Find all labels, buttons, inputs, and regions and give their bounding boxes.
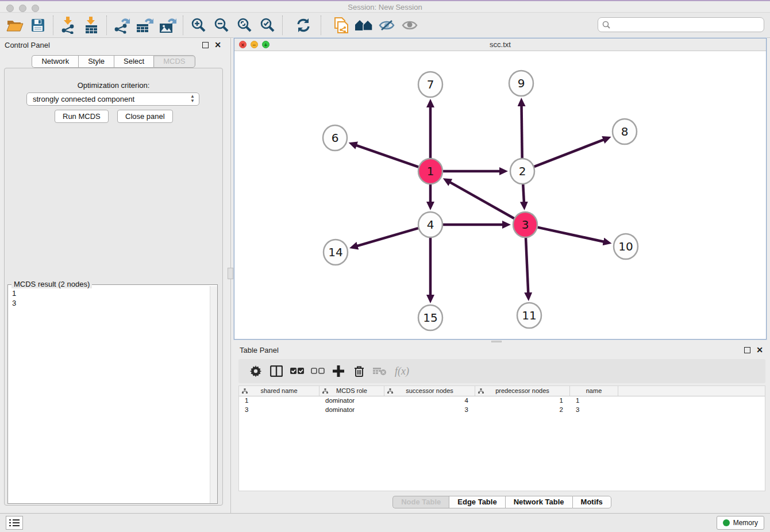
- graph-node-10[interactable]: 10: [614, 234, 638, 259]
- column-header-successor-nodes[interactable]: successor nodes: [384, 386, 475, 396]
- function-builder-button[interactable]: f(x): [395, 365, 409, 377]
- export-network-button[interactable]: [110, 14, 133, 36]
- graph-edge-4-14[interactable]: [357, 228, 418, 246]
- vertical-splitter[interactable]: [227, 38, 234, 513]
- export-image-icon: [159, 17, 177, 34]
- close-panel-icon[interactable]: ✕: [214, 40, 221, 49]
- svg-text:10: 10: [618, 240, 633, 253]
- cell-successor-nodes[interactable]: 3: [384, 406, 475, 415]
- column-header-name[interactable]: name: [570, 386, 618, 396]
- export-image-button[interactable]: [156, 14, 179, 36]
- graph-node-9[interactable]: 9: [509, 71, 533, 96]
- graph-node-15[interactable]: 15: [418, 305, 442, 330]
- main-toolbar: [0, 13, 770, 38]
- table-body: 1dominator4113dominator323: [239, 396, 765, 415]
- cell-predecessor-nodes[interactable]: 1: [475, 396, 570, 406]
- zoom-in-icon: [190, 17, 206, 33]
- graph-edge-2-8[interactable]: [534, 140, 604, 167]
- tab-select[interactable]: Select: [114, 55, 153, 68]
- criterion-dropdown[interactable]: strongly connected component ▲▼: [26, 92, 199, 106]
- tab-edge-table[interactable]: Edge Table: [449, 496, 505, 508]
- memory-button[interactable]: Memory: [717, 516, 764, 530]
- zoom-fit-button[interactable]: [233, 14, 256, 36]
- tab-network-table[interactable]: Network Table: [505, 496, 572, 508]
- cell-predecessor-nodes[interactable]: 2: [475, 406, 570, 415]
- svg-text:1: 1: [427, 164, 434, 178]
- network-window-titlebar[interactable]: × − + scc.txt: [234, 38, 766, 51]
- graph-node-4[interactable]: 4: [418, 212, 442, 237]
- hide-selected-button[interactable]: [375, 14, 398, 36]
- first-neighbors-button[interactable]: [352, 14, 375, 36]
- save-session-button[interactable]: [26, 14, 49, 36]
- run-mcds-button[interactable]: Run MCDS: [55, 110, 109, 123]
- graph-node-1[interactable]: 1: [418, 159, 442, 184]
- open-file-button[interactable]: [3, 14, 26, 36]
- cell-name[interactable]: 3: [570, 406, 618, 415]
- tab-style[interactable]: Style: [78, 55, 114, 68]
- graph-edge-2-9[interactable]: [522, 106, 522, 159]
- graph-edge-3-11[interactable]: [526, 237, 528, 293]
- control-panel-tabs: NetworkStyleSelectMCDS: [0, 55, 227, 68]
- refresh-button[interactable]: [292, 14, 315, 36]
- graph-edge-1-6[interactable]: [356, 145, 418, 167]
- delete-column-button[interactable]: [349, 361, 369, 381]
- cell-shared-name[interactable]: 3: [239, 406, 319, 415]
- list-icon: [9, 519, 20, 527]
- table-row[interactable]: 3dominator323: [239, 406, 765, 415]
- float-panel-icon[interactable]: [744, 347, 750, 353]
- control-panel-title: Control Panel: [5, 41, 50, 49]
- result-scrollbar[interactable]: [210, 286, 217, 503]
- import-network-button[interactable]: [57, 14, 80, 36]
- graph-node-2[interactable]: 2: [510, 159, 534, 184]
- task-history-button[interactable]: [6, 516, 23, 530]
- select-all-button[interactable]: [287, 361, 307, 381]
- clone-network-button[interactable]: [329, 14, 352, 36]
- graph-edge-3-1[interactable]: [450, 182, 514, 218]
- network-canvas[interactable]: 7968124314101511: [234, 51, 766, 339]
- graph-node-3[interactable]: 3: [513, 212, 537, 237]
- close-panel-button[interactable]: Close panel: [117, 110, 173, 123]
- graph-node-14[interactable]: 14: [324, 240, 348, 265]
- zoom-in-button[interactable]: [187, 14, 210, 36]
- svg-text:15: 15: [423, 311, 437, 325]
- deselect-all-button[interactable]: [307, 361, 328, 381]
- graph-edge-2-3[interactable]: [523, 184, 524, 202]
- cell-mcds-role[interactable]: dominator: [319, 406, 384, 415]
- svg-text:11: 11: [522, 309, 536, 322]
- tab-mcds[interactable]: MCDS: [153, 55, 195, 68]
- graph-node-6[interactable]: 6: [323, 125, 347, 151]
- tab-motifs[interactable]: Motifs: [572, 496, 611, 508]
- tab-node-table[interactable]: Node Table: [392, 496, 449, 508]
- table-row[interactable]: 1dominator411: [239, 396, 765, 406]
- mcds-result-list[interactable]: 1 3: [8, 286, 209, 503]
- add-column-button[interactable]: [328, 361, 349, 381]
- cell-mcds-role[interactable]: dominator: [319, 396, 384, 406]
- show-all-button[interactable]: [398, 14, 421, 36]
- column-view-button[interactable]: [266, 361, 287, 381]
- close-panel-icon[interactable]: ✕: [756, 345, 763, 354]
- zoom-out-button[interactable]: [210, 14, 233, 36]
- cell-successor-nodes[interactable]: 4: [384, 396, 475, 406]
- import-table-button[interactable]: [80, 14, 103, 36]
- tab-network[interactable]: Network: [32, 55, 78, 68]
- column-header-shared-name[interactable]: shared name: [239, 386, 319, 396]
- graph-edge-3-10[interactable]: [537, 228, 603, 242]
- splitter-handle[interactable]: [491, 341, 502, 342]
- graph-node-8[interactable]: 8: [613, 119, 637, 144]
- column-header-mcds-role[interactable]: MCDS role: [319, 386, 384, 396]
- float-panel-icon[interactable]: [202, 42, 209, 48]
- cell-name[interactable]: 1: [570, 396, 618, 406]
- session-title: Session: New Session: [0, 3, 770, 11]
- search-input[interactable]: [598, 17, 764, 32]
- cell-shared-name[interactable]: 1: [239, 396, 319, 406]
- table-settings-button[interactable]: [245, 361, 266, 381]
- zoom-selected-button[interactable]: [256, 14, 279, 36]
- eye-icon: [401, 18, 418, 32]
- delete-table-button[interactable]: [369, 361, 390, 381]
- splitter-handle[interactable]: [228, 268, 233, 279]
- export-network-icon: [113, 17, 130, 34]
- export-table-button[interactable]: [133, 14, 156, 36]
- graph-node-7[interactable]: 7: [418, 72, 442, 97]
- graph-node-11[interactable]: 11: [517, 303, 541, 328]
- column-header-predecessor-nodes[interactable]: predecessor nodes: [475, 386, 570, 396]
